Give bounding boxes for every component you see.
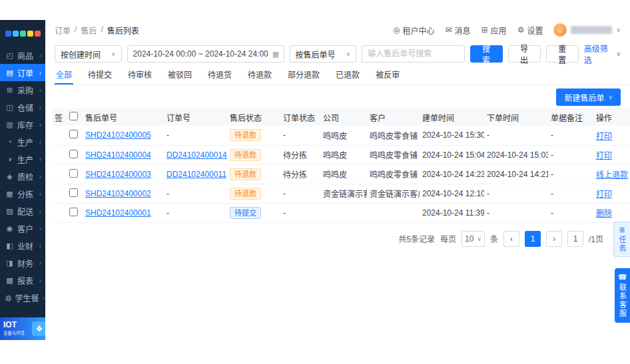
print-link[interactable]: 打印 <box>596 132 612 141</box>
products-icon: ◰ <box>5 51 14 60</box>
per-page-select[interactable]: 10∨ <box>462 231 485 247</box>
cell-customer <box>367 203 420 222</box>
sidebar-item-sorting[interactable]: ▦分拣› <box>0 185 45 202</box>
apps-button[interactable]: ⊞应用 <box>481 25 507 36</box>
delete-link[interactable]: 删除 <box>596 209 612 218</box>
row-checkbox[interactable] <box>69 208 78 216</box>
sidebar-item-finance[interactable]: ◨财务› <box>0 254 45 272</box>
cell-actions: 打印 <box>593 184 630 203</box>
page-1-button[interactable]: 1 <box>525 231 541 247</box>
breadcrumb-item[interactable]: 订单 <box>55 25 71 36</box>
after-sale-no-link[interactable]: SHD24102400003 <box>85 170 151 179</box>
tab-refunded[interactable]: 已退款 <box>334 69 361 85</box>
time-field-select[interactable]: 按创建时间∨ <box>55 45 122 63</box>
export-button[interactable]: 导出 <box>508 45 541 63</box>
chevron-down-icon: ∨ <box>608 94 613 100</box>
chevron-down-icon: ∨ <box>111 51 116 57</box>
row-checkbox[interactable] <box>69 130 78 138</box>
cell-order-status: 待分拣 <box>280 164 320 184</box>
inventory-icon: ▥ <box>5 120 14 129</box>
sidebar-item-products[interactable]: ◰商品› <box>0 47 45 64</box>
reports-icon: ▩ <box>5 276 14 285</box>
sidebar-item-production-2[interactable]: ◑生产› <box>0 150 45 168</box>
cell-customer: 资金链演示客户 <box>367 184 420 203</box>
cell-after-sale-no: SHD24102400003 <box>83 164 164 184</box>
tab-all[interactable]: 全部 <box>55 69 73 85</box>
date-range-picker[interactable]: 2024-10-24 00:00 ~ 2024-10-24 24:00▦ <box>127 45 284 63</box>
top-header: 订单 / 售后 / 售后列表 ◎租户中心 ✉消息 ⊞应用 ⚙设置 ☺ ∨ <box>45 20 630 40</box>
after-sale-no-link[interactable]: SHD24102400001 <box>85 208 151 218</box>
row-checkbox[interactable] <box>69 188 78 197</box>
tasks-fab[interactable]: ≣ 任务 <box>613 222 630 257</box>
sidebar-bottom-brand[interactable]: IOT 设备与环境 ❖ <box>0 317 45 340</box>
contact-support-fab[interactable]: ☎ 联系客服 <box>615 268 630 323</box>
cell-remark: - <box>548 126 593 145</box>
settings-gear-icon: ⚙ <box>517 25 525 35</box>
cell-ordered-at: - <box>484 126 548 145</box>
sidebar-item-delivery[interactable]: ▨配送› <box>0 202 45 220</box>
cell-ordered-at: 2024-10-24 15:03 <box>484 145 548 164</box>
cell-after-sale-status: 待退款 <box>227 164 280 184</box>
search-field-select[interactable]: 按售后单号∨ <box>290 45 357 63</box>
breadcrumb-item[interactable]: 售后 <box>81 25 97 36</box>
search-button[interactable]: 搜索 <box>470 45 503 63</box>
per-page-unit: 条 <box>490 233 498 244</box>
tab-pending-return[interactable]: 待退货 <box>206 69 233 85</box>
sidebar-item-warehouse[interactable]: ◫仓储› <box>0 98 45 116</box>
chevron-right-icon: › <box>39 69 41 77</box>
logo-square <box>27 31 33 37</box>
sidebar-item-quality-check[interactable]: ◈质检› <box>0 168 45 185</box>
col-created-at: 建单时间 <box>420 108 484 126</box>
tab-pending-review[interactable]: 待审核 <box>127 69 153 85</box>
sidebar-item-purchase[interactable]: ⊞采购› <box>0 81 45 98</box>
tab-partial-refund[interactable]: 部分退款 <box>286 69 321 85</box>
tab-pending-submit[interactable]: 待提交 <box>87 69 113 85</box>
cell-company: 鸣鸣皮 <box>320 145 367 164</box>
search-input[interactable] <box>368 49 458 59</box>
sidebar-menu: ◰商品› ▤订单› ⊞采购› ◫仓储› ▥库存› ◔生产› ◑生产› ◈质检› … <box>0 47 45 317</box>
sidebar-item-production[interactable]: ◔生产› <box>0 133 45 150</box>
chevron-right-icon: › <box>39 138 41 146</box>
sidebar-item-label: 质检 <box>17 171 33 182</box>
order-no-link[interactable]: DD24102400014 <box>166 150 227 160</box>
advanced-filter-link[interactable]: 高级筛选∨ <box>584 43 621 65</box>
new-after-sale-button[interactable]: 新建售后单∨ <box>556 89 621 106</box>
chevron-down-icon: ∨ <box>616 51 621 57</box>
messages-button[interactable]: ✉消息 <box>445 25 470 36</box>
row-checkbox[interactable] <box>69 169 78 178</box>
sorting-icon: ▦ <box>5 190 14 198</box>
sidebar-item-business-finance[interactable]: ◧业财› <box>0 237 45 254</box>
status-badge: 待退款 <box>230 168 261 180</box>
sidebar-item-student-meals[interactable]: ◍学生餐› <box>0 289 45 306</box>
sidebar-item-label: 分拣 <box>17 188 33 200</box>
tab-pending-refund[interactable]: 待退款 <box>246 69 273 85</box>
tab-rejected[interactable]: 被驳回 <box>166 69 193 85</box>
print-link[interactable]: 打印 <box>596 190 612 199</box>
after-sale-no-link[interactable]: SHD24102400004 <box>85 150 151 160</box>
next-page-button[interactable]: › <box>546 231 562 247</box>
sidebar-item-inventory[interactable]: ▥库存› <box>0 116 45 133</box>
cell-customer: 鸣鸣皮零食铺 <box>367 126 420 145</box>
print-link[interactable]: 打印 <box>596 151 612 160</box>
breadcrumb-current: 售后列表 <box>107 25 139 36</box>
select-all-checkbox[interactable] <box>69 112 78 120</box>
prev-page-button[interactable]: ‹ <box>503 231 519 247</box>
user-menu[interactable]: ☺ ∨ <box>553 23 621 37</box>
sidebar-item-orders[interactable]: ▤订单› <box>0 64 45 81</box>
expand-cell <box>52 184 67 203</box>
cell-created-at: 2024-10-24 11:39 <box>420 203 484 222</box>
tenant-center-button[interactable]: ◎租户中心 <box>393 25 435 36</box>
sidebar-item-reports[interactable]: ▩报表› <box>0 272 45 289</box>
online-refund-link[interactable]: 线上退款 <box>596 170 628 180</box>
after-sale-no-link[interactable]: SHD24102400002 <box>85 189 151 198</box>
jump-page-input[interactable]: 1 <box>567 231 583 247</box>
order-no-link[interactable]: DD24102400011 <box>166 170 226 179</box>
row-checkbox[interactable] <box>69 150 78 158</box>
settings-button[interactable]: ⚙设置 <box>517 25 543 36</box>
cell-remark: - <box>548 164 593 184</box>
sidebar-item-customers[interactable]: ◉客户› <box>0 220 45 237</box>
after-sale-no-link[interactable]: SHD24102400005 <box>85 130 151 140</box>
tab-review-reversed[interactable]: 被反审 <box>374 69 401 85</box>
reset-button[interactable]: 重置 <box>546 45 579 63</box>
logo-square <box>5 31 11 37</box>
